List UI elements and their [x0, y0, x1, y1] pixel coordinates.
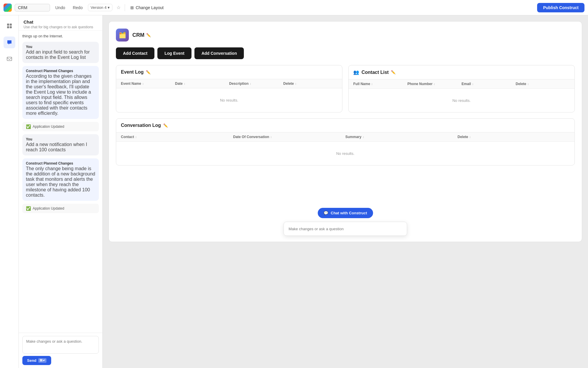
contact-list-col-header: Full Name ↕ Phone Number ↕ Email ↕ Del: [349, 79, 574, 89]
app-name-field[interactable]: CRM: [15, 4, 50, 11]
send-button[interactable]: Send ⌘↵: [22, 356, 51, 365]
event-name-sort-icon[interactable]: ↕: [142, 82, 144, 85]
change-layout-label: Change Layout: [136, 5, 164, 10]
contact-delete-col-label: Delete: [516, 82, 526, 86]
contact-delete-col: Delete ↕: [516, 82, 570, 86]
title-edit-icon[interactable]: ✏️: [146, 33, 151, 37]
event-log-no-results: No results.: [220, 98, 238, 102]
conv-delete-col: Delete ↕: [458, 135, 570, 139]
cmd-icon: ⌘↵: [38, 358, 46, 363]
app-frame: 🗂️ CRM ✏️ Add Contact Log Event Add Conv…: [109, 21, 582, 242]
description-sort-icon[interactable]: ↕: [250, 82, 251, 85]
chat-msg-construct-1-text: According to the given changes in the im…: [26, 74, 95, 116]
chat-msg-user-1-label: You: [26, 45, 95, 49]
full-name-col: Full Name ↕: [353, 82, 407, 86]
date-conv-col: Date Of Conversation ↕: [233, 135, 346, 139]
svg-rect-2: [7, 26, 9, 28]
svg-rect-1: [10, 24, 12, 26]
description-col-label: Description: [229, 82, 249, 86]
event-log-edit-icon[interactable]: ✏️: [146, 70, 151, 74]
check-circle-icon-2: ✅: [26, 206, 31, 211]
log-event-button[interactable]: Log Event: [157, 47, 191, 59]
sidebar-item-grid[interactable]: [4, 20, 15, 32]
version-selector[interactable]: Version 4 ▾: [88, 4, 112, 11]
version-label: Version 4: [91, 5, 106, 10]
phone-col-label: Phone Number: [407, 82, 432, 86]
chat-panel: Chat Use chat for big changes or to ask …: [19, 15, 103, 368]
conversation-edit-icon[interactable]: ✏️: [163, 123, 168, 128]
event-log-col-header: Event Name ↕ Date ↕ Description ↕ Dele: [116, 79, 342, 88]
undo-button[interactable]: Undo: [53, 4, 67, 11]
description-col: Description ↕: [229, 82, 283, 86]
summary-sort-icon[interactable]: ↕: [363, 135, 364, 139]
contact-list-body: No results.: [349, 89, 574, 112]
conv-delete-sort-icon[interactable]: ↕: [469, 135, 471, 139]
full-name-sort-icon[interactable]: ↕: [371, 82, 373, 86]
chat-title: Chat: [24, 19, 98, 24]
chat-msg-user-1-text: Add an input field to search for contact…: [26, 49, 95, 60]
sidebar: [0, 15, 19, 368]
email-sort-icon[interactable]: ↕: [472, 82, 474, 86]
chat-input[interactable]: [22, 336, 99, 354]
chat-msg-system-text: things up on the Internet.: [22, 34, 99, 39]
chat-input-area: Send ⌘↵: [19, 333, 102, 368]
contact-list-icon: 👥: [353, 69, 359, 75]
chat-header: Chat Use chat for big changes or to ask …: [19, 15, 102, 31]
delete-col-label: Delete: [283, 82, 294, 86]
svg-rect-3: [10, 26, 12, 28]
event-log-header: Event Log ✏️: [116, 65, 342, 79]
sidebar-item-mail[interactable]: [4, 53, 15, 65]
chat-messages: things up on the Internet. You Add an in…: [19, 31, 102, 333]
app-logo: [4, 4, 12, 12]
content-area: 🗂️ CRM ✏️ Add Contact Log Event Add Conv…: [103, 15, 588, 368]
email-col: Email ↕: [462, 82, 516, 86]
change-layout-button[interactable]: ⊞ Change Layout: [128, 4, 166, 11]
chat-with-construct-button[interactable]: 💬 Chat with Construct: [318, 208, 373, 218]
chat-msg-user-1: You Add an input field to search for con…: [22, 42, 99, 63]
topbar: CRM Undo Redo Version 4 ▾ ☆ ⊞ Change Lay…: [0, 0, 588, 15]
phone-sort-icon[interactable]: ↕: [434, 82, 435, 86]
delete-sort-icon[interactable]: ↕: [295, 82, 297, 85]
date-col: Date ↕: [175, 82, 229, 86]
layout-icon: ⊞: [130, 5, 134, 10]
date-conv-sort-icon[interactable]: ↕: [270, 135, 272, 139]
sidebar-item-chat[interactable]: [4, 37, 15, 48]
app-header: 🗂️ CRM ✏️: [116, 29, 575, 42]
contact-delete-sort-icon[interactable]: ↕: [527, 82, 529, 86]
chat-status-1: ✅ Application Updated: [22, 122, 99, 131]
date-conv-col-label: Date Of Conversation: [233, 135, 269, 139]
chat-status-2-text: Application Updated: [33, 206, 64, 210]
email-col-label: Email: [462, 82, 471, 86]
event-log-body: No results.: [116, 88, 342, 112]
chat-msg-construct-1: Construct Planned Changes According to t…: [22, 66, 99, 119]
event-log-card: Event Log ✏️ Event Name ↕ Date ↕: [116, 65, 342, 112]
chat-subtitle: Use chat for big changes or to ask quest…: [24, 25, 98, 29]
chat-float-input-container: [284, 222, 407, 236]
add-contact-button[interactable]: Add Contact: [116, 47, 154, 59]
chat-msg-system: things up on the Internet.: [22, 34, 99, 39]
event-name-col-label: Event Name: [121, 82, 141, 86]
event-name-col: Event Name ↕: [121, 82, 175, 86]
contact-list-edit-icon[interactable]: ✏️: [391, 70, 396, 74]
app-icon: 🗂️: [116, 29, 129, 42]
star-icon[interactable]: ☆: [115, 4, 122, 11]
contact-conv-sort-icon[interactable]: ↕: [135, 135, 137, 139]
chat-float-icon: 💬: [324, 211, 328, 215]
chat-status-1-text: Application Updated: [33, 125, 64, 129]
phone-col: Phone Number ↕: [407, 82, 462, 86]
chat-status-2: ✅ Application Updated: [22, 204, 99, 213]
conversation-section: Conversation Log ✏️ Contact ↕ Date Of Co…: [116, 118, 575, 165]
redo-button[interactable]: Redo: [70, 4, 85, 11]
conversation-col-header: Contact ↕ Date Of Conversation ↕ Summary…: [116, 132, 574, 142]
date-sort-icon[interactable]: ↕: [184, 82, 185, 85]
conversation-log-body: No results.: [116, 142, 574, 165]
divider: [125, 4, 125, 11]
tables-row: Event Log ✏️ Event Name ↕ Date ↕: [116, 65, 575, 112]
svg-rect-4: [7, 57, 12, 61]
publish-button[interactable]: Publish Construct: [537, 3, 584, 12]
app-title-text: CRM: [132, 32, 144, 38]
check-circle-icon-1: ✅: [26, 124, 31, 129]
send-label: Send: [27, 358, 36, 363]
chat-float-input[interactable]: [289, 227, 402, 231]
add-conversation-button[interactable]: Add Conversation: [194, 47, 244, 59]
